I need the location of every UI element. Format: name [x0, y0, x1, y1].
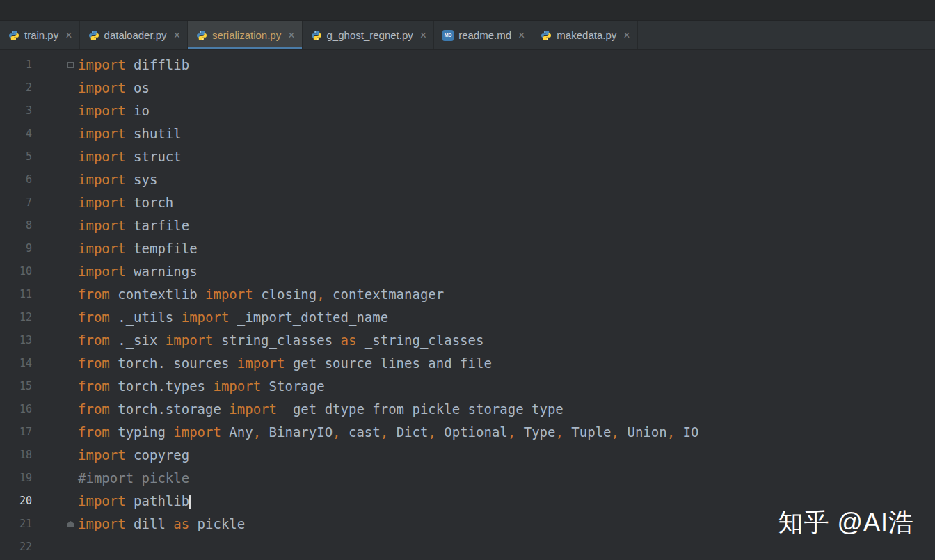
- code-line-8[interactable]: 8import tarfile: [0, 214, 935, 237]
- editor-gutter[interactable]: 20: [0, 490, 77, 513]
- code-text[interactable]: import os: [77, 77, 150, 99]
- line-number[interactable]: 7: [0, 191, 32, 214]
- editor-gutter[interactable]: 6: [0, 168, 77, 191]
- fold-marker-icon[interactable]: [67, 62, 74, 68]
- code-text[interactable]: import copyreg: [77, 444, 189, 467]
- editor-gutter[interactable]: 15: [0, 375, 77, 398]
- code-line-4[interactable]: 4import shutil: [0, 122, 935, 145]
- line-number[interactable]: 12: [0, 306, 32, 329]
- editor-tab-train-py[interactable]: train.py×: [0, 21, 80, 49]
- line-number[interactable]: 4: [0, 122, 32, 145]
- line-number[interactable]: 18: [0, 444, 32, 467]
- code-text[interactable]: import pathlib: [77, 490, 191, 513]
- editor-gutter[interactable]: 11: [0, 283, 77, 306]
- tab-close-icon[interactable]: ×: [420, 30, 426, 41]
- code-text[interactable]: import torch: [77, 191, 173, 214]
- code-text[interactable]: import tempfile: [77, 237, 198, 260]
- editor-gutter[interactable]: 21: [0, 513, 77, 536]
- editor-gutter[interactable]: 1: [0, 54, 77, 77]
- code-text[interactable]: from typing import Any, BinaryIO, cast, …: [77, 421, 698, 444]
- line-number[interactable]: 1: [0, 54, 32, 77]
- code-text[interactable]: from ._utils import _import_dotted_name: [77, 306, 388, 329]
- code-text[interactable]: from torch.storage import _get_dtype_fro…: [77, 398, 564, 421]
- editor-gutter[interactable]: 2: [0, 77, 77, 99]
- editor-gutter[interactable]: 10: [0, 260, 77, 283]
- code-text[interactable]: import struct: [77, 145, 182, 168]
- code-line-12[interactable]: 12from ._utils import _import_dotted_nam…: [0, 306, 935, 329]
- editor-gutter[interactable]: 3: [0, 99, 77, 122]
- line-number[interactable]: 19: [0, 467, 32, 490]
- tab-close-icon[interactable]: ×: [288, 30, 294, 41]
- code-line-6[interactable]: 6import sys: [0, 168, 935, 191]
- code-line-2[interactable]: 2import os: [0, 77, 935, 99]
- line-number[interactable]: 15: [0, 375, 32, 398]
- tab-close-icon[interactable]: ×: [623, 30, 630, 41]
- line-number[interactable]: 16: [0, 398, 32, 421]
- editor-gutter[interactable]: 18: [0, 444, 77, 467]
- editor-gutter[interactable]: 16: [0, 398, 77, 421]
- code-line-16[interactable]: 16from torch.storage import _get_dtype_f…: [0, 398, 935, 421]
- code-text[interactable]: import dill as pickle: [77, 513, 245, 536]
- code-text[interactable]: import difflib: [77, 54, 189, 77]
- code-text[interactable]: import shutil: [77, 122, 182, 145]
- code-line-7[interactable]: 7import torch: [0, 191, 935, 214]
- line-number[interactable]: 8: [0, 214, 32, 237]
- editor-gutter[interactable]: 22: [0, 536, 77, 559]
- code-line-10[interactable]: 10import warnings: [0, 260, 935, 283]
- line-number[interactable]: 6: [0, 168, 32, 191]
- tab-close-icon[interactable]: ×: [65, 30, 72, 41]
- code-line-1[interactable]: 1import difflib: [0, 54, 935, 77]
- tab-close-icon[interactable]: ×: [518, 30, 525, 41]
- editor-gutter[interactable]: 8: [0, 214, 77, 237]
- code-text[interactable]: import tarfile: [77, 214, 189, 237]
- code-text[interactable]: from torch._sources import get_source_li…: [77, 352, 492, 375]
- line-number[interactable]: 3: [0, 99, 32, 122]
- line-number[interactable]: 22: [0, 536, 32, 559]
- editor-gutter[interactable]: 13: [0, 329, 77, 352]
- code-text[interactable]: from torch.types import Storage: [77, 375, 325, 398]
- editor-tab-g_ghost_regnet-py[interactable]: g_ghost_regnet.py×: [303, 21, 435, 49]
- code-text[interactable]: import warnings: [77, 260, 198, 283]
- editor-gutter[interactable]: 12: [0, 306, 77, 329]
- code-text[interactable]: from ._six import string_classes as _str…: [77, 329, 484, 352]
- line-number[interactable]: 14: [0, 352, 32, 375]
- editor-tab-dataloader-py[interactable]: dataloader.py×: [80, 21, 188, 49]
- tab-close-icon[interactable]: ×: [174, 30, 180, 41]
- line-number[interactable]: 21: [0, 513, 32, 536]
- fold-marker-icon[interactable]: [67, 521, 74, 527]
- code-text[interactable]: [77, 536, 78, 559]
- editor-gutter[interactable]: 4: [0, 122, 77, 145]
- code-line-5[interactable]: 5import struct: [0, 145, 935, 168]
- line-number[interactable]: 10: [0, 260, 32, 283]
- code-editor[interactable]: 1import difflib2import os3import io4impo…: [0, 50, 935, 559]
- editor-gutter[interactable]: 19: [0, 467, 77, 490]
- code-line-18[interactable]: 18import copyreg: [0, 444, 935, 467]
- code-line-3[interactable]: 3import io: [0, 99, 935, 122]
- editor-gutter[interactable]: 7: [0, 191, 77, 214]
- code-line-17[interactable]: 17from typing import Any, BinaryIO, cast…: [0, 421, 935, 444]
- line-number[interactable]: 20: [0, 490, 32, 513]
- code-line-11[interactable]: 11from contextlib import closing, contex…: [0, 283, 935, 306]
- code-line-14[interactable]: 14from torch._sources import get_source_…: [0, 352, 935, 375]
- code-line-19[interactable]: 19#import pickle: [0, 467, 935, 490]
- editor-gutter[interactable]: 17: [0, 421, 77, 444]
- code-line-9[interactable]: 9import tempfile: [0, 237, 935, 260]
- editor-tab-readme-md[interactable]: MDreadme.md×: [434, 21, 532, 49]
- editor-gutter[interactable]: 5: [0, 145, 77, 168]
- code-line-13[interactable]: 13from ._six import string_classes as _s…: [0, 329, 935, 352]
- editor-tab-makedata-py[interactable]: makedata.py×: [532, 21, 637, 49]
- line-number[interactable]: 2: [0, 77, 32, 99]
- editor-gutter[interactable]: 9: [0, 237, 77, 260]
- code-text[interactable]: from contextlib import closing, contextm…: [77, 283, 444, 306]
- code-text[interactable]: #import pickle: [77, 467, 189, 490]
- editor-tab-serialization-py[interactable]: serialization.py×: [188, 21, 303, 49]
- line-number[interactable]: 13: [0, 329, 32, 352]
- code-text[interactable]: import io: [77, 99, 150, 122]
- line-number[interactable]: 11: [0, 283, 32, 306]
- line-number[interactable]: 5: [0, 145, 32, 168]
- line-number[interactable]: 9: [0, 237, 32, 260]
- editor-gutter[interactable]: 14: [0, 352, 77, 375]
- code-text[interactable]: import sys: [77, 168, 157, 191]
- code-line-15[interactable]: 15from torch.types import Storage: [0, 375, 935, 398]
- line-number[interactable]: 17: [0, 421, 32, 444]
